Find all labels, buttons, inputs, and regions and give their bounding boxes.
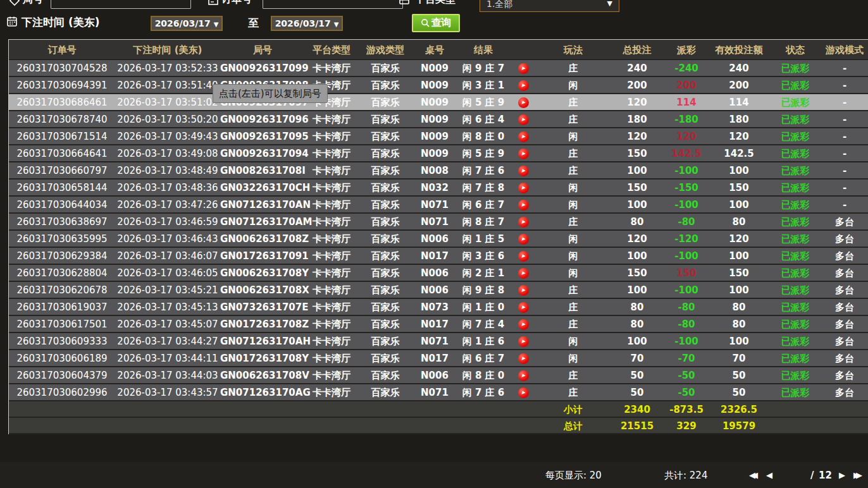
payout: -50 bbox=[664, 384, 709, 401]
platform-type: 卡卡湾厅 bbox=[305, 60, 358, 77]
round-number[interactable]: GN0062631708X bbox=[220, 282, 305, 299]
platform-type: 卡卡湾厅 bbox=[305, 316, 358, 333]
order-no-input[interactable] bbox=[263, 0, 403, 9]
order-number: 260317030678740 bbox=[9, 111, 115, 128]
replay-play-icon[interactable] bbox=[518, 80, 529, 91]
round-number[interactable]: GN00926317095 bbox=[220, 128, 305, 145]
round-number[interactable]: GN01726317091 bbox=[220, 248, 305, 265]
result: 闲 9 庄 7 bbox=[457, 60, 510, 77]
replay-play-icon[interactable] bbox=[518, 149, 529, 159]
chevron-down-icon: ▼ bbox=[334, 21, 339, 28]
game-type: 百家乐 bbox=[358, 333, 412, 350]
round-number[interactable]: GN0172631708Y bbox=[220, 350, 305, 367]
status-badge: 已派彩 bbox=[769, 265, 821, 282]
table-number: N006 bbox=[412, 231, 457, 248]
replay-play-icon[interactable] bbox=[518, 183, 529, 193]
game-type: 百家乐 bbox=[358, 248, 412, 265]
round-number[interactable]: GN00926317099 bbox=[220, 60, 305, 77]
first-page-icon[interactable]: ◀◀ bbox=[749, 470, 758, 480]
replay-play-icon[interactable] bbox=[518, 97, 529, 108]
round-number[interactable]: GN071263170AG bbox=[220, 384, 305, 401]
total-bet: 100 bbox=[610, 333, 664, 350]
bet-time: 2026-03-17 03:49:08 bbox=[115, 145, 220, 162]
replay-cell bbox=[510, 162, 536, 180]
replay-cell bbox=[510, 333, 536, 350]
table-number: N006 bbox=[412, 282, 457, 299]
replay-play-icon[interactable] bbox=[518, 131, 529, 142]
table-number: N009 bbox=[412, 128, 457, 145]
bet-time: 2026-03-17 03:46:05 bbox=[115, 265, 220, 282]
table-number: N006 bbox=[412, 265, 457, 282]
game-mode: 多台 bbox=[821, 316, 868, 333]
replay-play-icon[interactable] bbox=[518, 217, 529, 228]
valid-bet: 100 bbox=[709, 162, 769, 180]
round-number[interactable]: GN00926317096 bbox=[220, 111, 305, 128]
round-number[interactable]: GN0172631708Z bbox=[220, 316, 305, 333]
replay-play-icon[interactable] bbox=[518, 251, 529, 262]
round-number[interactable]: GN0062631708Y bbox=[220, 265, 305, 282]
game-mode: 多台 bbox=[821, 384, 868, 401]
replay-play-icon[interactable] bbox=[518, 166, 529, 176]
round-number[interactable]: GN0062631708Z bbox=[220, 231, 305, 248]
replay-play-icon[interactable] bbox=[518, 234, 529, 245]
replay-play-icon[interactable] bbox=[518, 114, 529, 125]
round-number[interactable]: GN032263170CH bbox=[220, 180, 305, 197]
game-mode: 多台 bbox=[821, 282, 868, 299]
replay-play-icon[interactable] bbox=[518, 387, 529, 398]
replay-play-icon[interactable] bbox=[518, 370, 529, 381]
next-page-icon[interactable]: ▶ bbox=[839, 470, 845, 480]
status-badge: 已派彩 bbox=[769, 145, 821, 162]
replay-play-icon[interactable] bbox=[518, 63, 529, 74]
platform-type: 卡卡湾厅 bbox=[305, 367, 358, 384]
date-to-picker[interactable]: 2026/03/17 ▼ bbox=[271, 16, 343, 31]
order-number: 260317030664641 bbox=[9, 145, 115, 162]
table-number: N008 bbox=[412, 162, 457, 180]
total-bet: 150 bbox=[610, 145, 664, 162]
subtotal-payout: -873.5 bbox=[664, 401, 709, 418]
table-number: N006 bbox=[412, 367, 457, 384]
table-row: 260317030658144 2026-03-17 03:48:36 GN03… bbox=[9, 180, 868, 197]
replay-play-icon[interactable] bbox=[518, 353, 529, 364]
prev-page-icon[interactable]: ◀ bbox=[766, 470, 772, 480]
platform-type-select[interactable]: 1.全部 ▼ bbox=[480, 0, 619, 12]
status-badge: 已派彩 bbox=[769, 197, 821, 214]
round-number[interactable]: GN071263170AH bbox=[220, 333, 305, 350]
status-badge: 已派彩 bbox=[769, 384, 821, 401]
last-page-icon[interactable]: ▶▶ bbox=[853, 470, 862, 480]
table-row: 260317030629384 2026-03-17 03:46:07 GN01… bbox=[9, 248, 868, 265]
round-number[interactable]: GN00926317094 bbox=[220, 145, 305, 162]
round-number[interactable]: GN071263170AM bbox=[220, 214, 305, 231]
total-bet: 100 bbox=[610, 162, 664, 180]
round-no-input[interactable] bbox=[51, 0, 191, 9]
replay-play-icon[interactable] bbox=[518, 200, 529, 210]
col-bettype: 玩法 bbox=[536, 40, 610, 60]
table-row: 260317030660797 2026-03-17 03:48:49 GN00… bbox=[9, 162, 868, 180]
game-mode: 多台 bbox=[821, 248, 868, 265]
total-bet: 150 bbox=[610, 265, 664, 282]
search-button[interactable]: 查询 bbox=[412, 14, 460, 32]
date-from-picker[interactable]: 2026/03/17 ▼ bbox=[151, 16, 223, 31]
replay-cell bbox=[510, 367, 536, 384]
round-number[interactable]: GN0082631708I bbox=[220, 162, 305, 180]
valid-bet: 180 bbox=[709, 111, 769, 128]
replay-play-icon[interactable] bbox=[518, 268, 529, 279]
per-page-label: 每页显示: 20 bbox=[545, 470, 602, 482]
replay-cell bbox=[510, 248, 536, 265]
total-pages: 12 bbox=[819, 470, 832, 481]
status-badge: 已派彩 bbox=[769, 333, 821, 350]
replay-play-icon[interactable] bbox=[518, 336, 529, 347]
payout: -180 bbox=[664, 111, 709, 128]
round-number[interactable]: GN0062631708V bbox=[220, 367, 305, 384]
result: 闲 8 庄 0 bbox=[457, 128, 510, 145]
replay-play-icon[interactable] bbox=[518, 319, 529, 330]
subtotal-row: 小计 2340 -873.5 2326.5 bbox=[9, 401, 868, 418]
table-number: N032 bbox=[412, 180, 457, 197]
replay-cell bbox=[510, 214, 536, 231]
total-bet: 180 bbox=[610, 111, 664, 128]
round-number[interactable]: GN071263170AN bbox=[220, 197, 305, 214]
replay-play-icon[interactable] bbox=[518, 302, 529, 313]
replay-play-icon[interactable] bbox=[518, 285, 529, 296]
table-row: 260317030602996 2026-03-17 03:43:57 GN07… bbox=[9, 384, 868, 401]
round-number[interactable]: GN0732631707E bbox=[220, 299, 305, 316]
order-number: 260317030628804 bbox=[9, 265, 115, 282]
